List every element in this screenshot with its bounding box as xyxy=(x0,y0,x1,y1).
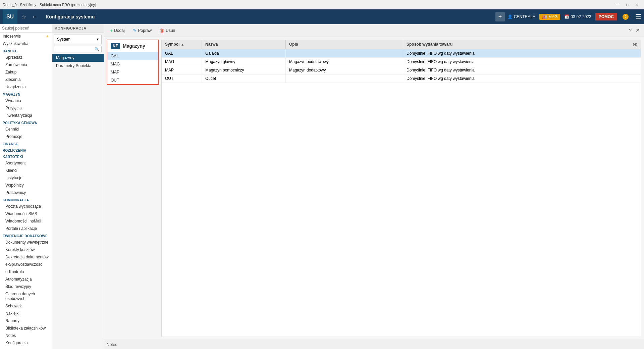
sidebar-item-wydania[interactable]: Wydania xyxy=(0,97,52,104)
mag-indicator: 🏭 MAG xyxy=(539,14,560,20)
toolbar-close-icon[interactable]: ✕ xyxy=(634,26,641,35)
centrala-label: CENTRALA xyxy=(514,14,535,19)
sidebar-item-inwentaryzacja[interactable]: Inwentaryzacja xyxy=(0,112,52,119)
add-button[interactable]: + Dodaj xyxy=(107,27,128,35)
table-row[interactable]: OUT Outlet Domyślnie: FIFO wg daty wysta… xyxy=(162,74,641,83)
cell-nazwa: Outlet xyxy=(202,74,286,83)
sidebar-item-esprawozd[interactable]: e-Sprawozdawczość xyxy=(0,261,52,268)
config-search-input[interactable] xyxy=(56,47,95,51)
user-icon: 👤 xyxy=(507,14,513,19)
sidebar-item-przyjecia[interactable]: Przyjęcia xyxy=(0,104,52,112)
cell-opis: Magazyn podstawowy xyxy=(286,58,403,66)
sidebar-item-cenniki[interactable]: Cenniki xyxy=(0,126,52,133)
count-label: (4) xyxy=(633,42,637,46)
chevron-down-icon: ▾ xyxy=(97,37,99,42)
sidebar-item-zlecenia[interactable]: Zlecenia xyxy=(0,76,52,83)
back-button[interactable]: ← xyxy=(30,12,39,22)
sidebar-item-instytucje[interactable]: Instytucje xyxy=(0,174,52,182)
titlebar-title: Demo_9 - Szef firmy - Subiekt nexo PRO (… xyxy=(3,3,96,7)
date-label: 03-02-2023 xyxy=(571,14,591,19)
table-empty-space xyxy=(162,83,641,337)
column-header-opis: Opis xyxy=(286,40,403,49)
cell-sposob: Domyślnie: FIFO wg daty wystawienia xyxy=(403,49,641,57)
sidebar-item-asortyment[interactable]: Asortyment xyxy=(0,159,52,167)
sidebar-item-portale[interactable]: Portale i aplikacje xyxy=(0,225,52,232)
star-icon: ★ xyxy=(46,34,49,39)
sidebar-item-pracownicy[interactable]: Pracownicy xyxy=(0,189,52,196)
sidebar-item-raporty[interactable]: Raporty xyxy=(0,317,52,325)
dropdown-item-map[interactable]: MAP xyxy=(107,68,158,76)
delete-button-label: Usuń xyxy=(166,28,175,33)
toolbar-help-icon[interactable]: ? xyxy=(628,27,633,35)
favorites-icon[interactable]: ☆ xyxy=(20,12,28,21)
sidebar-item-zamowienia[interactable]: Zamówienia xyxy=(0,61,52,68)
data-area: KF Magazyny GAL MAG MAP OUT Symbol ▲ Naz… xyxy=(104,37,644,340)
menu-icon[interactable]: ☰ xyxy=(635,13,641,21)
column-header-symbol: Symbol ▲ xyxy=(162,40,202,49)
titlebar: Demo_9 - Szef firmy - Subiekt nexo PRO (… xyxy=(0,0,644,9)
cell-nazwa: Magazyn główny xyxy=(202,58,286,66)
sidebar-item-sprzedaz[interactable]: Sprzedaż xyxy=(0,54,52,61)
sidebar-item-urzadzenia[interactable]: Urządzenia xyxy=(0,83,52,91)
sidebar-item-slad[interactable]: Ślad rewizyjny xyxy=(0,283,52,290)
sidebar-item-dekretacja[interactable]: Dekretacja dokumentów xyxy=(0,253,52,261)
sidebar-item-ochrona[interactable]: Ochrona danych osobowych xyxy=(0,290,52,302)
sidebar-top-items: Infoserwis ★ Wyszukiwarka xyxy=(0,33,52,47)
dropdown-header: KF Magazyny xyxy=(107,40,158,52)
sidebar-search-bar: 🔍 xyxy=(0,24,52,33)
table-area: Symbol ▲ Nazwa Opis Sposób wydania towar… xyxy=(161,40,641,337)
config-item-magazyny[interactable]: Magazyny xyxy=(52,54,104,62)
sidebar-item-sms[interactable]: Wiadomości SMS xyxy=(0,210,52,217)
help-button[interactable]: POMOC xyxy=(595,13,617,20)
sidebar-item-label: Infoserwis xyxy=(3,34,21,39)
sidebar-item-insmail[interactable]: Wiadomości InsMail xyxy=(0,217,52,225)
sort-icon: ▲ xyxy=(181,43,184,46)
delete-button[interactable]: 🗑 Usuń xyxy=(156,27,178,35)
titlebar-controls: ─ □ ✕ xyxy=(614,1,641,8)
sidebar-group-kartoteki: KARTOTEKI xyxy=(0,153,52,159)
sidebar-item-infoserwis[interactable]: Infoserwis ★ xyxy=(0,33,52,40)
sidebar-item-zakup[interactable]: Zakup xyxy=(0,68,52,76)
app-logo: SU xyxy=(3,9,17,24)
sidebar-item-ekontrola[interactable]: e-Kontrola xyxy=(0,268,52,276)
system-dropdown[interactable]: System ▾ xyxy=(54,35,102,44)
sidebar-group-rozliczenia: ROZLICZENIA xyxy=(0,147,52,153)
config-search-bar: 🔍 xyxy=(54,46,102,52)
maximize-button[interactable]: □ xyxy=(623,1,632,8)
sidebar-item-wspolnicy[interactable]: Wspólnicy xyxy=(0,182,52,189)
config-item-parametry[interactable]: Parametry Subiekta xyxy=(52,62,104,70)
calendar-icon: 📅 xyxy=(564,14,569,19)
dropdown-item-gal[interactable]: GAL xyxy=(107,52,158,60)
sidebar-item-dokumenty[interactable]: Dokumenty wewnętrzne xyxy=(0,239,52,246)
config-panel: KONFIGURACJA System ▾ 🔍 Magazyny Paramet… xyxy=(52,24,104,349)
sidebar-item-naklejki[interactable]: Naklejki xyxy=(0,310,52,317)
sidebar-item-klienci[interactable]: Klienci xyxy=(0,167,52,174)
sidebar-item-schowek[interactable]: Schowek xyxy=(0,302,52,310)
dropdown-item-mag[interactable]: MAG xyxy=(107,60,158,68)
sposob-header-label: Sposób wydania towaru xyxy=(407,42,452,47)
notification-badge: 2 xyxy=(623,14,629,20)
sidebar-item-notes[interactable]: Notes xyxy=(0,332,52,339)
sidebar-item-wyszukiwarka[interactable]: Wyszukiwarka xyxy=(0,40,52,47)
close-window-button[interactable]: ✕ xyxy=(633,1,641,8)
sidebar-item-konfiguracja[interactable]: Konfiguracja xyxy=(0,339,52,347)
table-row[interactable]: GAL Galaxia Domyślnie: FIFO wg daty wyst… xyxy=(162,49,641,58)
dropdown-item-out[interactable]: OUT xyxy=(107,76,158,84)
edit-button[interactable]: ✎ Popraw xyxy=(129,27,155,35)
table-row[interactable]: MAG Magazyn główny Magazyn podstawowy Do… xyxy=(162,58,641,66)
sidebar-item-korekty[interactable]: Korekty kosztów xyxy=(0,246,52,253)
table-row[interactable]: MAP Magazyn pomocniczy Magazyn dodatkowy… xyxy=(162,66,641,74)
sidebar-item-biblioteka[interactable]: Biblioteka załączników xyxy=(0,325,52,332)
add-tab-button[interactable]: + xyxy=(495,12,505,21)
add-button-label: Dodaj xyxy=(114,28,124,33)
sidebar-item-promocje[interactable]: Promocje xyxy=(0,133,52,140)
cell-sposob: Domyślnie: FIFO wg daty wystawienia xyxy=(403,58,641,66)
minimize-button[interactable]: ─ xyxy=(614,1,623,8)
sidebar-item-poczta[interactable]: Poczta wychodząca xyxy=(0,203,52,210)
edit-button-label: Popraw xyxy=(138,28,152,33)
cell-nazwa: Magazyn pomocniczy xyxy=(202,66,286,74)
symbol-header-label: Symbol xyxy=(165,42,179,47)
sidebar-item-automatyzacja[interactable]: Automatyzacja xyxy=(0,276,52,283)
cell-opis: Magazyn dodatkowy xyxy=(286,66,403,74)
search-input[interactable] xyxy=(2,26,52,31)
